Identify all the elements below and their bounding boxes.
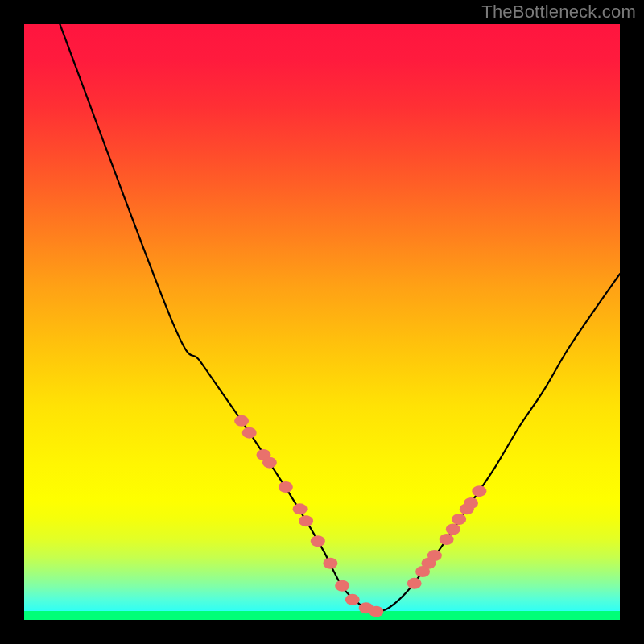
marker-point	[407, 578, 422, 589]
marker-point	[311, 535, 325, 547]
marker-point	[427, 550, 442, 561]
marker-point	[323, 558, 337, 569]
marker-point	[345, 594, 360, 605]
marker-point	[299, 515, 313, 526]
marker-point	[464, 497, 478, 509]
marker-point	[440, 534, 454, 545]
marker-point	[369, 606, 383, 617]
watermark-text: TheBottleneck.com	[481, 2, 636, 23]
marker-point	[279, 481, 293, 493]
chart-svg	[24, 24, 620, 620]
marker-point	[452, 514, 466, 525]
plot-area	[24, 24, 620, 620]
marker-point	[242, 427, 257, 439]
marker-point	[446, 524, 460, 535]
chart-frame: TheBottleneck.com	[0, 0, 644, 644]
gradient-background	[24, 24, 620, 620]
marker-point	[262, 457, 277, 469]
marker-point	[234, 415, 249, 427]
marker-point	[472, 485, 486, 497]
marker-point	[335, 580, 349, 592]
marker-point	[293, 503, 308, 514]
